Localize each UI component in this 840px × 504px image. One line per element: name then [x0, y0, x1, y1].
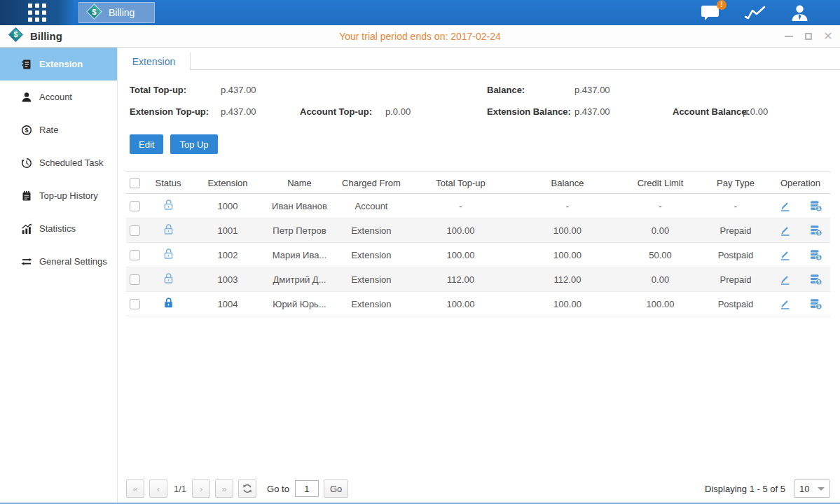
messages-button[interactable]: ! [701, 4, 720, 22]
topup-extension-button[interactable]: $ [809, 298, 822, 310]
extension-balance-label: Extension Balance: [487, 106, 571, 117]
topup-extension-button[interactable]: $ [809, 249, 822, 261]
edit-icon [779, 225, 791, 237]
cell-balance: 100.00 [515, 218, 620, 243]
user-account-button[interactable] [790, 4, 809, 22]
cell-pay-type: Postpaid [701, 243, 771, 267]
last-page-button[interactable]: » [215, 479, 233, 498]
sidebar-item-topup-history[interactable]: Top-up History [0, 179, 117, 212]
balance-value: p.437.00 [574, 85, 610, 95]
cell-balance: 100.00 [515, 243, 620, 267]
svg-text:$: $ [14, 30, 18, 38]
sidebar-item-statistics[interactable]: Statistics [0, 212, 117, 245]
sidebar-item-label: General Settings [39, 256, 107, 267]
cell-total-topup: 100.00 [406, 218, 515, 243]
svg-text:$: $ [817, 230, 820, 236]
row-checkbox[interactable] [130, 250, 140, 260]
cell-balance: 112.00 [515, 267, 620, 292]
status-unlocked-icon[interactable] [163, 199, 174, 211]
account-topup-label: Account Top-up: [300, 106, 372, 117]
topup-coins-icon: $ [809, 249, 822, 261]
edit-extension-button[interactable] [779, 200, 791, 212]
first-page-button[interactable]: « [126, 479, 144, 498]
sliders-icon [20, 256, 32, 267]
go-button[interactable]: Go [324, 479, 348, 498]
sidebar-item-label: Account [39, 92, 72, 102]
sidebar-item-extension[interactable]: Extension [0, 48, 117, 80]
sidebar-item-scheduled-task[interactable]: Scheduled Task [0, 146, 117, 179]
table-row: 1001Петр ПетровExtension100.00100.000.00… [126, 218, 830, 243]
table-row: 1003Дмитрий Д...Extension112.00112.000.0… [126, 267, 830, 292]
select-all-checkbox[interactable] [130, 178, 140, 188]
sidebar-item-label: Scheduled Task [39, 158, 104, 168]
cell-total-topup: 100.00 [406, 243, 515, 267]
sidebar-item-account[interactable]: Account [0, 80, 117, 113]
svg-text:$: $ [817, 279, 820, 285]
cell-extension: 1003 [193, 267, 263, 292]
topup-extension-button[interactable]: $ [809, 225, 822, 237]
topup-extension-button[interactable]: $ [809, 200, 822, 212]
topup-coins-icon: $ [809, 298, 822, 310]
app-grid-icon [28, 4, 46, 22]
edit-extension-button[interactable] [779, 249, 791, 261]
close-button[interactable]: ✕ [823, 31, 833, 41]
taskbar-tab-billing[interactable]: $ Billing [78, 2, 155, 23]
edit-extension-button[interactable] [779, 225, 791, 237]
window-title: Billing [30, 30, 62, 42]
edit-icon [779, 200, 791, 212]
svg-text:$: $ [92, 8, 97, 16]
edit-icon [779, 249, 791, 261]
cell-extension: 1004 [193, 292, 263, 316]
status-locked-icon[interactable] [163, 297, 174, 309]
col-charged-from: Charged From [336, 172, 406, 194]
cell-balance: - [515, 194, 620, 218]
prev-page-button[interactable]: ‹ [149, 479, 167, 498]
page-size-select[interactable]: 10 [794, 479, 830, 498]
ledger-icon [20, 190, 32, 202]
main-content: Extension Total Top-up: p.437.00 Balance… [118, 48, 840, 503]
cell-credit-limit: 0.00 [620, 267, 701, 292]
status-unlocked-icon[interactable] [163, 272, 174, 284]
dollar-circle-icon: $ [20, 125, 32, 136]
cell-name: Петр Петров [263, 218, 336, 243]
row-checkbox[interactable] [130, 201, 140, 211]
table-row: 1004Юрий Юрь...Extension100.00100.00100.… [126, 292, 830, 316]
cell-pay-type: Postpaid [701, 292, 771, 316]
refresh-icon [242, 484, 252, 493]
row-checkbox[interactable] [130, 299, 140, 309]
resource-monitor-button[interactable] [744, 5, 766, 21]
topup-extension-button[interactable]: $ [809, 274, 822, 286]
row-checkbox[interactable] [130, 225, 140, 236]
user-icon [790, 4, 809, 22]
refresh-button[interactable] [238, 479, 256, 498]
next-page-button[interactable]: › [192, 479, 210, 498]
topup-coins-icon: $ [809, 225, 822, 237]
svg-text:$: $ [817, 255, 820, 260]
sidebar-item-rate[interactable]: $ Rate [0, 113, 117, 146]
page-indicator: 1/1 [174, 484, 186, 494]
topup-coins-icon: $ [809, 200, 822, 212]
top-up-button[interactable]: Top Up [170, 134, 217, 154]
maximize-button[interactable] [804, 31, 813, 41]
col-extension: Extension [193, 172, 263, 194]
unlock-icon [163, 223, 174, 235]
cell-total-topup: - [406, 194, 515, 218]
edit-button[interactable]: Edit [130, 134, 163, 154]
goto-page-input[interactable] [295, 480, 319, 497]
edit-extension-button[interactable] [779, 274, 791, 286]
app-launcher-button[interactable] [0, 0, 74, 25]
edit-extension-button[interactable] [779, 298, 791, 310]
line-chart-icon [744, 5, 766, 21]
row-checkbox[interactable] [130, 274, 140, 285]
tab-extension[interactable]: Extension [118, 52, 191, 71]
sidebar-item-general-settings[interactable]: General Settings [0, 245, 117, 278]
sidebar-item-label: Top-up History [39, 190, 98, 201]
cell-charged-from: Extension [336, 267, 406, 292]
window-title-bar: $ Billing Your trial period ends on: 201… [0, 25, 840, 48]
cell-name: Мария Ива... [263, 243, 336, 267]
status-unlocked-icon[interactable] [163, 248, 174, 260]
minimize-button[interactable] [784, 31, 794, 41]
col-pay-type: Pay Type [701, 172, 771, 194]
status-unlocked-icon[interactable] [163, 223, 174, 235]
svg-text:$: $ [25, 127, 28, 134]
